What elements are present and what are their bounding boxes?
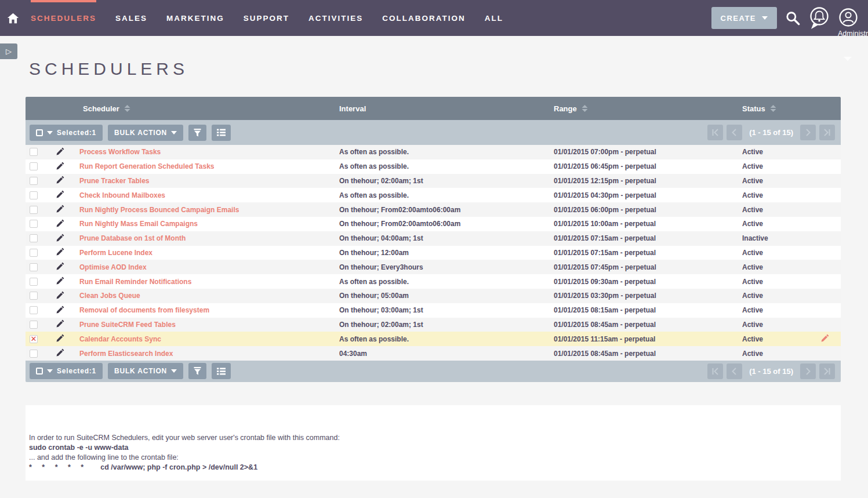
select-all-button[interactable]: Selected:1 xyxy=(30,125,103,141)
first-page-button[interactable] xyxy=(707,363,723,379)
last-page-button[interactable] xyxy=(819,125,835,140)
create-button[interactable]: CREATE xyxy=(711,7,777,29)
scheduler-name-link[interactable]: Removal of documents from filesystem xyxy=(78,306,209,314)
row-checkbox[interactable]: ✕ xyxy=(30,278,38,286)
range-cell: 01/01/2015 07:45pm - perpetual xyxy=(552,263,740,271)
prev-page-button[interactable] xyxy=(727,363,742,379)
collapse-caret-icon[interactable] xyxy=(844,57,852,61)
edit-pencil-icon[interactable] xyxy=(56,348,64,357)
scheduler-name-link[interactable]: Run Report Generation Scheduled Tasks xyxy=(78,162,215,170)
nav-item[interactable]: ALL xyxy=(485,0,503,36)
choose-columns-button[interactable] xyxy=(212,125,231,141)
scheduler-name-link[interactable]: Perform Elasticsearch Index xyxy=(78,350,173,358)
column-header-range[interactable]: Range xyxy=(552,104,740,113)
edit-pencil-icon[interactable] xyxy=(56,248,64,256)
scheduler-name-link[interactable]: Run Email Reminder Notifications xyxy=(78,278,191,286)
prev-page-button[interactable] xyxy=(727,125,742,140)
select-all-button[interactable]: Selected:1 xyxy=(30,363,103,379)
first-page-button[interactable] xyxy=(707,125,723,140)
nav-item[interactable]: MARKETING xyxy=(166,0,224,36)
nav-item-label: MARKETING xyxy=(166,14,224,23)
column-header-scheduler[interactable]: Scheduler xyxy=(78,104,337,113)
edit-pencil-icon[interactable] xyxy=(56,205,64,213)
edit-pencil-icon[interactable] xyxy=(56,190,64,198)
edit-pencil-icon[interactable] xyxy=(56,219,64,227)
row-checkbox[interactable]: ✕ xyxy=(30,177,38,185)
nav-item[interactable]: COLLABORATION xyxy=(382,0,466,36)
chevron-down-icon xyxy=(171,369,177,373)
interval-cell: On thehour; 03:00am; 1st xyxy=(337,306,552,314)
scheduler-name-link[interactable]: Optimise AOD Index xyxy=(78,263,147,271)
scheduler-name-link[interactable]: Run Nightly Mass Email Campaigns xyxy=(78,220,198,228)
cron-instructions-panel: In order to run SuiteCRM Schedulers, edi… xyxy=(26,405,841,481)
column-header-interval[interactable]: Interval xyxy=(337,104,552,113)
row-edit-cell xyxy=(51,162,78,172)
scheduler-name-link[interactable]: Check Inbound Mailboxes xyxy=(78,191,165,199)
edit-pencil-icon[interactable] xyxy=(56,234,64,242)
scheduler-name-link[interactable]: Clean Jobs Queue xyxy=(78,292,140,300)
row-checkbox[interactable]: ✕ xyxy=(30,321,38,329)
scheduler-name-cell: Prune Tracker Tables xyxy=(78,177,337,185)
nav-item[interactable]: SUPPORT xyxy=(244,0,289,36)
scheduler-name-link[interactable]: Prune Database on 1st of Month xyxy=(78,234,186,242)
row-checkbox[interactable]: ✕ xyxy=(30,234,38,242)
nav-item[interactable]: ACTIVITIES xyxy=(308,0,363,36)
scheduler-name-link[interactable]: Process Workflow Tasks xyxy=(78,148,161,156)
next-page-button[interactable] xyxy=(800,125,816,140)
nav-item[interactable]: SALES xyxy=(115,0,147,36)
scheduler-name-link[interactable]: Calendar Accounts Sync xyxy=(78,335,161,343)
choose-columns-button[interactable] xyxy=(212,363,231,379)
row-checkbox[interactable]: ✕ xyxy=(30,206,38,214)
row-edit-cell xyxy=(51,176,78,186)
row-edit-pencil-icon[interactable] xyxy=(814,334,829,342)
bulk-action-button[interactable]: BULK ACTION xyxy=(108,363,183,379)
row-checkbox-cell: ✕ xyxy=(26,321,51,329)
row-checkbox[interactable]: ✕ xyxy=(30,220,38,228)
row-checkbox[interactable]: ✕ xyxy=(30,350,38,358)
range-cell: 01/01/2015 04:30pm - perpetual xyxy=(552,191,740,199)
range-cell: 01/01/2015 07:15am - perpetual xyxy=(552,249,740,257)
sidebar-toggle-button[interactable]: ▷ xyxy=(0,43,17,59)
row-checkbox-cell: ✕ xyxy=(26,306,51,314)
edit-pencil-icon[interactable] xyxy=(56,306,64,314)
edit-pencil-icon[interactable] xyxy=(56,147,64,155)
edit-pencil-icon[interactable] xyxy=(56,176,64,184)
nav-item[interactable]: SCHEDULERS xyxy=(31,0,96,36)
row-checkbox[interactable]: ✕ xyxy=(30,249,38,257)
edit-pencil-icon[interactable] xyxy=(56,162,64,170)
row-checkbox[interactable]: ✕ xyxy=(30,162,38,170)
row-checkbox[interactable]: ✕ xyxy=(30,292,38,300)
row-checkbox[interactable]: ✕ xyxy=(30,335,38,343)
edit-pencil-icon[interactable] xyxy=(56,262,64,270)
filter-button[interactable] xyxy=(188,125,206,141)
filter-button[interactable] xyxy=(188,363,206,379)
range-cell: 01/01/2015 11:15am - perpetual xyxy=(552,335,740,343)
row-checkbox[interactable]: ✕ xyxy=(30,191,38,199)
notifications-button[interactable] xyxy=(808,5,831,31)
edit-pencil-icon[interactable] xyxy=(56,334,64,342)
next-page-button[interactable] xyxy=(800,363,816,379)
interval-cell: As often as possible. xyxy=(337,278,552,286)
search-button[interactable] xyxy=(785,10,801,26)
last-page-button[interactable] xyxy=(819,363,835,379)
row-trailing-cell xyxy=(814,147,841,157)
bulk-action-button[interactable]: BULK ACTION xyxy=(108,125,183,141)
edit-pencil-icon[interactable] xyxy=(56,277,64,285)
edit-pencil-icon[interactable] xyxy=(56,291,64,299)
scheduler-name-link[interactable]: Prune SuiteCRM Feed Tables xyxy=(78,321,176,329)
edit-pencil-icon[interactable] xyxy=(56,319,64,328)
user-menu[interactable]: Administrator xyxy=(837,6,860,30)
row-checkbox[interactable]: ✕ xyxy=(30,263,38,271)
interval-cell: 04:30am xyxy=(337,350,552,358)
scheduler-name-link[interactable]: Prune Tracker Tables xyxy=(78,177,150,185)
table-row: ✕ Removal of documents from filesystem O… xyxy=(26,303,841,318)
scheduler-name-link[interactable]: Perform Lucene Index xyxy=(78,249,152,257)
row-checkbox[interactable]: ✕ xyxy=(30,148,38,156)
scheduler-name-link[interactable]: Run Nightly Process Bounced Campaign Ema… xyxy=(78,206,239,214)
row-checkbox[interactable]: ✕ xyxy=(30,306,38,314)
column-header-status[interactable]: Status xyxy=(740,104,814,113)
row-trailing-cell xyxy=(814,219,841,229)
home-button[interactable] xyxy=(7,13,19,24)
row-checkbox-cell: ✕ xyxy=(26,206,51,214)
range-cell: 01/01/2015 08:45am - perpetual xyxy=(552,321,740,329)
